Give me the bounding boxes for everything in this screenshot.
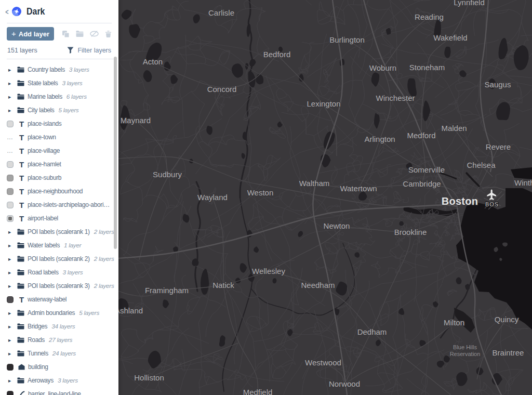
svg-text:Blue Hills: Blue Hills [453, 344, 477, 350]
svg-text:Reading: Reading [415, 12, 444, 21]
svg-text:Maynard: Maynard [121, 116, 151, 125]
svg-text:Revere: Revere [486, 142, 511, 151]
svg-text:Saugus: Saugus [485, 80, 511, 89]
svg-text:BOS: BOS [485, 201, 499, 207]
svg-text:Medford: Medford [407, 131, 435, 140]
svg-text:Wellesley: Wellesley [252, 267, 285, 275]
svg-text:Somerville: Somerville [408, 165, 445, 174]
svg-text:Malden: Malden [441, 124, 467, 133]
svg-text:Woburn: Woburn [369, 63, 396, 72]
svg-text:Waltham: Waltham [299, 179, 330, 188]
svg-text:Westwood: Westwood [305, 358, 341, 367]
svg-text:Norwood: Norwood [329, 379, 360, 388]
svg-text:Framingham: Framingham [145, 286, 189, 295]
svg-text:Winchester: Winchester [376, 94, 415, 102]
svg-text:Arlington: Arlington [364, 135, 395, 143]
svg-text:Boston: Boston [442, 195, 478, 207]
svg-text:Watertown: Watertown [340, 184, 377, 193]
svg-text:Ashland: Ashland [118, 306, 143, 315]
svg-text:Burlington: Burlington [329, 35, 365, 44]
svg-text:Milton: Milton [444, 318, 464, 327]
svg-text:Chelsea: Chelsea [467, 161, 496, 169]
svg-text:Braintree: Braintree [493, 348, 524, 357]
svg-text:Wayland: Wayland [197, 193, 228, 202]
svg-text:Medfield: Medfield [243, 388, 273, 395]
svg-text:Cambridge: Cambridge [403, 179, 441, 188]
svg-text:Bedford: Bedford [263, 50, 291, 59]
svg-text:Weston: Weston [247, 188, 274, 197]
svg-text:Sudbury: Sudbury [153, 170, 182, 179]
svg-text:Carlisle: Carlisle [208, 8, 234, 17]
svg-text:Reservation: Reservation [450, 351, 481, 357]
svg-text:Stoneham: Stoneham [409, 63, 445, 72]
svg-text:Acton: Acton [143, 57, 163, 66]
svg-text:Lynnfield: Lynnfield [454, 0, 485, 7]
svg-text:Holliston: Holliston [134, 373, 164, 382]
svg-text:Needham: Needham [301, 281, 335, 289]
svg-text:Quincy: Quincy [495, 315, 519, 324]
svg-text:Newton: Newton [324, 221, 350, 230]
svg-text:Winthrop: Winthrop [514, 178, 532, 187]
svg-text:Lexington: Lexington [307, 99, 340, 108]
svg-text:Dedham: Dedham [357, 327, 387, 336]
svg-text:Wakefield: Wakefield [433, 33, 467, 42]
svg-text:Concord: Concord [207, 85, 237, 94]
svg-text:Natick: Natick [212, 281, 234, 289]
svg-text:Brookline: Brookline [394, 228, 427, 236]
